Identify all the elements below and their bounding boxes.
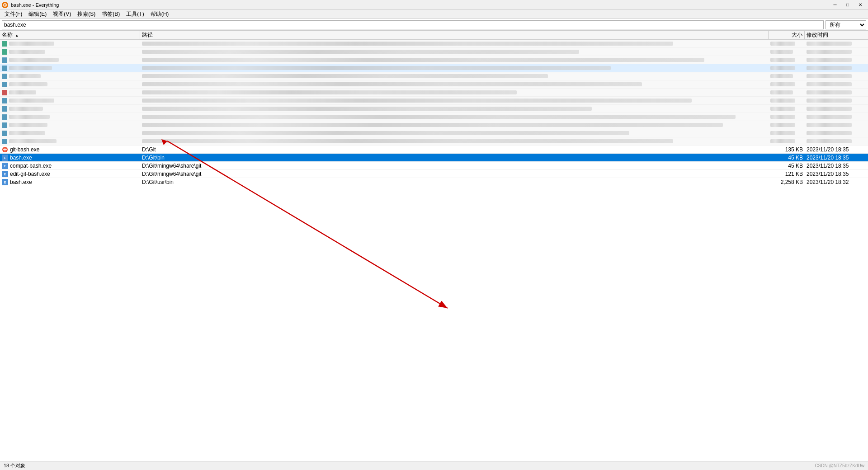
bash2-icon: E — [2, 179, 8, 185]
status-count: 18 个对象 — [4, 462, 25, 469]
table-row[interactable] — [0, 137, 868, 146]
watermark: CSDN @NTZ5bzZKdUw — [815, 463, 864, 468]
col-header-size[interactable]: 大小 — [769, 31, 805, 39]
filename-git-bash: git-bash.exe — [10, 146, 39, 153]
cell-name-edit-git-bash: E edit-git-bash.exe — [0, 171, 140, 177]
title-bar: E bash.exe - Everything ─ □ ✕ — [0, 0, 868, 10]
window-controls: ─ □ ✕ — [829, 1, 866, 9]
bash-icon: E — [2, 155, 8, 161]
cell-path-compat-bash: D:\Git\mingw64\share\git — [140, 163, 769, 169]
search-input[interactable] — [2, 20, 824, 29]
table-row[interactable] — [0, 89, 868, 97]
cell-name-bash: E bash.exe — [0, 155, 140, 161]
menu-view[interactable]: 视图(V) — [50, 9, 74, 19]
menu-bar: 文件(F) 编辑(E) 视图(V) 搜索(S) 书签(B) 工具(T) 帮助(H… — [0, 10, 868, 19]
table-row[interactable] — [0, 97, 868, 105]
col-header-path[interactable]: 路径 — [140, 31, 769, 39]
table-row[interactable]: E compat-bash.exe D:\Git\mingw64\share\g… — [0, 162, 868, 170]
filter-dropdown[interactable]: 所有 音频 压缩包 文档 可执行文件 图片 文件夹 — [826, 20, 866, 29]
menu-search[interactable]: 搜索(S) — [75, 9, 98, 19]
close-button[interactable]: ✕ — [854, 1, 866, 9]
cell-name-compat-bash: E compat-bash.exe — [0, 163, 140, 169]
cell-size-bash2: 2,258 KB — [769, 179, 805, 185]
table-row[interactable]: E edit-git-bash.exe D:\Git\mingw64\share… — [0, 170, 868, 178]
table-row[interactable] — [0, 113, 868, 121]
svg-text:E: E — [4, 173, 6, 176]
cell-date-bash2: 2023/11/20 18:32 — [805, 179, 868, 185]
menu-bookmarks[interactable]: 书签(B) — [99, 9, 123, 19]
edit-git-bash-icon: E — [2, 171, 8, 177]
cell-date-compat-bash: 2023/11/20 18:35 — [805, 163, 868, 169]
table-row[interactable]: git-bash.exe D:\Git 135 KB 2023/11/20 18… — [0, 146, 868, 154]
col-header-date[interactable]: 修改时间 — [805, 31, 868, 39]
filename-bash: bash.exe — [10, 155, 32, 161]
column-headers: 名称 ▲ 路径 大小 修改时间 — [0, 31, 868, 40]
svg-text:E: E — [4, 164, 6, 168]
table-row[interactable] — [0, 48, 868, 56]
menu-tools[interactable]: 工具(T) — [123, 9, 146, 19]
sort-arrow-name: ▲ — [15, 33, 19, 38]
menu-edit[interactable]: 编辑(E) — [26, 9, 49, 19]
table-row[interactable]: E bash.exe D:\Git\bin 45 KB 2023/11/20 1… — [0, 154, 868, 162]
title-bar-left: E bash.exe - Everything — [2, 2, 59, 8]
cell-path-bash: D:\Git\bin — [140, 155, 769, 161]
table-row[interactable] — [0, 64, 868, 72]
cell-path-edit-git-bash: D:\Git\mingw64\share\git — [140, 171, 769, 177]
minimize-button[interactable]: ─ — [829, 1, 841, 9]
table-row[interactable] — [0, 40, 868, 48]
table-row[interactable] — [0, 80, 868, 89]
file-list: git-bash.exe D:\Git 135 KB 2023/11/20 18… — [0, 40, 868, 470]
menu-file[interactable]: 文件(F) — [2, 9, 25, 19]
cell-name-bash2: E bash.exe — [0, 179, 140, 185]
table-row[interactable] — [0, 129, 868, 137]
cell-size-compat-bash: 45 KB — [769, 163, 805, 169]
col-header-name[interactable]: 名称 ▲ — [0, 31, 140, 39]
status-bar: 18 个对象 CSDN @NTZ5bzZKdUw — [0, 461, 868, 470]
cell-date-bash: 2023/11/20 18:35 — [805, 155, 868, 161]
svg-text:E: E — [4, 4, 6, 7]
search-bar: 所有 音频 压缩包 文档 可执行文件 图片 文件夹 — [0, 19, 868, 31]
app-icon: E — [2, 2, 8, 8]
cell-path-git-bash: D:\Git — [140, 146, 769, 153]
compat-bash-icon: E — [2, 163, 8, 169]
filename-edit-git-bash: edit-git-bash.exe — [10, 171, 50, 177]
cell-date-git-bash: 2023/11/20 18:35 — [805, 146, 868, 153]
cell-path-bash2: D:\Git\usr\bin — [140, 179, 769, 185]
window-title: bash.exe - Everything — [11, 2, 59, 8]
table-row[interactable] — [0, 121, 868, 129]
svg-text:E: E — [4, 156, 6, 160]
filename-bash2: bash.exe — [10, 179, 32, 185]
svg-text:E: E — [4, 181, 6, 184]
cell-date-edit-git-bash: 2023/11/20 18:35 — [805, 171, 868, 177]
table-row[interactable] — [0, 105, 868, 113]
table-row[interactable]: E bash.exe D:\Git\usr\bin 2,258 KB 2023/… — [0, 178, 868, 186]
filename-compat-bash: compat-bash.exe — [10, 163, 52, 169]
menu-help[interactable]: 帮助(H) — [148, 9, 172, 19]
table-row[interactable] — [0, 72, 868, 80]
main-content: 名称 ▲ 路径 大小 修改时间 — [0, 31, 868, 470]
cell-size-git-bash: 135 KB — [769, 146, 805, 153]
cell-size-edit-git-bash: 121 KB — [769, 171, 805, 177]
cell-name-git-bash: git-bash.exe — [0, 146, 140, 153]
cell-size-bash: 45 KB — [769, 155, 805, 161]
git-bash-icon — [2, 146, 8, 153]
table-row[interactable] — [0, 56, 868, 64]
maximize-button[interactable]: □ — [842, 1, 854, 9]
